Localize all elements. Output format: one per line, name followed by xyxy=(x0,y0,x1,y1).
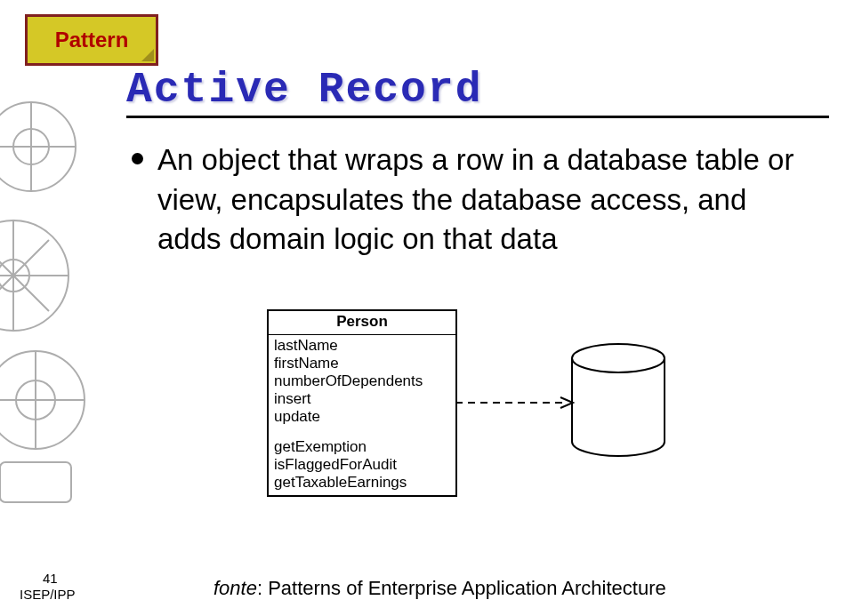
uml-class-box: Person lastName firstName numberOfDepend… xyxy=(267,309,457,497)
uml-attribute: firstName xyxy=(274,355,450,372)
pattern-tag: Pattern xyxy=(25,14,158,66)
bullet-text: An object that wraps a row in a database… xyxy=(157,140,817,260)
page-title: Active Record xyxy=(126,66,482,114)
decorative-background xyxy=(0,98,125,516)
uml-class-name: Person xyxy=(269,311,455,335)
footer-source: fonte: Patterns of Enterprise Applicatio… xyxy=(214,577,666,600)
footer-org: ISEP/IPP xyxy=(20,587,76,602)
title-underline xyxy=(126,116,829,118)
uml-separator xyxy=(274,426,450,438)
database-icon xyxy=(569,342,667,458)
uml-attribute: numberOfDependents xyxy=(274,372,450,390)
bullet-list: An object that wraps a row in a database… xyxy=(132,140,817,260)
page-number: 41 xyxy=(43,571,58,586)
uml-method: getExemption xyxy=(274,438,450,456)
svg-rect-8 xyxy=(0,462,71,502)
bullet-item: An object that wraps a row in a database… xyxy=(132,140,817,260)
uml-method: getTaxableEarnings xyxy=(274,474,450,492)
uml-crud: update xyxy=(274,408,450,426)
pattern-tag-label: Pattern xyxy=(55,28,129,52)
bullet-dot-icon xyxy=(132,153,143,164)
footer-fonte-label: fonte xyxy=(214,577,257,599)
footer-fonte-text: : Patterns of Enterprise Application Arc… xyxy=(257,577,666,599)
uml-method: isFlaggedForAudit xyxy=(274,456,450,474)
uml-attributes: lastName firstName numberOfDependents in… xyxy=(269,335,455,495)
uml-crud: insert xyxy=(274,390,450,408)
pattern-tag-fold xyxy=(141,49,154,61)
uml-attribute: lastName xyxy=(274,337,450,355)
dependency-arrow-icon xyxy=(455,396,580,409)
svg-point-10 xyxy=(572,344,665,372)
